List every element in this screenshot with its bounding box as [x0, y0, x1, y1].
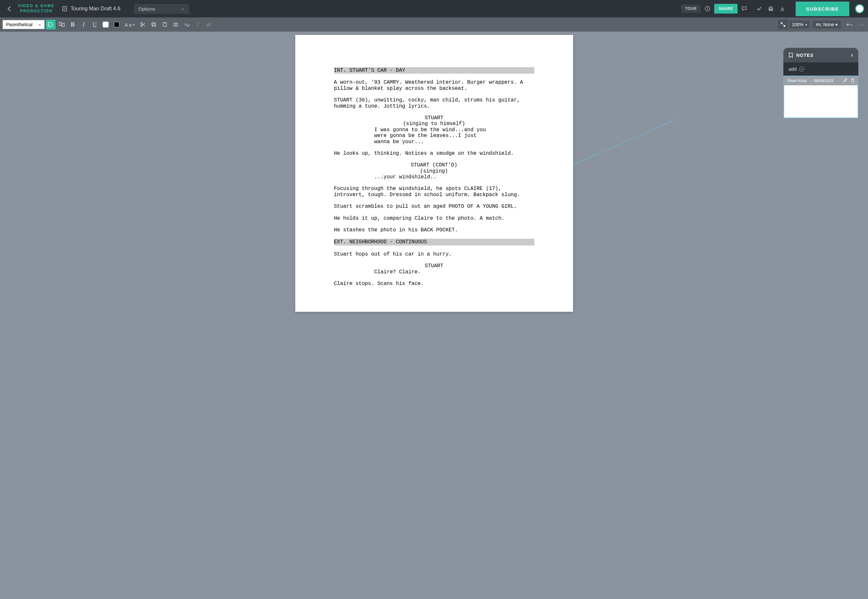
notes-header: NOTES ›: [783, 48, 858, 62]
notes-collapse-button[interactable]: ›: [851, 52, 853, 59]
dual-dialogue-button[interactable]: [57, 20, 66, 29]
spellcheck-button[interactable]: A: [182, 20, 191, 29]
comment-icon: [742, 6, 747, 12]
svg-rect-19: [174, 23, 178, 26]
workspace: INT. STUART'S CAR - DAY A worn-out, '93 …: [0, 32, 868, 599]
text-case-button[interactable]: A a▾: [123, 22, 137, 27]
clock-icon: [704, 6, 710, 12]
underline-button[interactable]: U: [90, 20, 99, 29]
subscribe-button[interactable]: SUBSCRIBE: [796, 2, 849, 16]
tag-icon: [48, 22, 54, 27]
approve-button[interactable]: [754, 4, 764, 14]
find-icon: [173, 22, 178, 27]
highlight-color-button[interactable]: [112, 20, 122, 29]
character-cue[interactable]: STUART: [334, 263, 534, 269]
note-card: Shant Kiraz - 06/06/2019: [783, 75, 858, 118]
element-type-select[interactable]: Parenthetical: [3, 20, 45, 29]
topbar-right: TOUR SHARE SUBSCRIBE: [681, 2, 864, 16]
clipboard-icon: [162, 22, 167, 27]
action-block[interactable]: He holds it up, comparing Claire to the …: [334, 215, 534, 221]
copy-button[interactable]: [149, 20, 159, 29]
action-block[interactable]: Stuart scrambles to pull out an aged PHO…: [334, 203, 534, 209]
svg-rect-16: [153, 24, 156, 27]
back-button[interactable]: [4, 3, 14, 14]
svg-text:A: A: [185, 22, 187, 26]
bold-button[interactable]: B: [68, 20, 78, 29]
action-block[interactable]: Focusing through the windshield, he spot…: [334, 186, 534, 198]
print-button[interactable]: [766, 4, 776, 14]
character-cue[interactable]: STUART: [334, 115, 534, 121]
svg-rect-10: [62, 23, 64, 27]
copy-icon: [151, 22, 156, 27]
dialogue-block[interactable]: I was gonna to be the wind...and you wer…: [375, 127, 494, 145]
fullscreen-button[interactable]: [778, 20, 788, 29]
scene-heading[interactable]: INT. STUART'S CAR - DAY: [334, 67, 534, 74]
svg-rect-9: [59, 22, 62, 26]
svg-rect-15: [152, 23, 155, 26]
undo-icon: [847, 22, 853, 27]
history-button[interactable]: [703, 4, 712, 14]
note-date: 06/06/2019: [814, 78, 833, 83]
plus-icon: +: [799, 66, 804, 72]
cut-button[interactable]: [138, 20, 147, 29]
document-title: Touring Man Draft 4.6: [71, 6, 120, 12]
add-note-button[interactable]: add +: [783, 62, 858, 75]
user-avatar[interactable]: [855, 4, 864, 13]
parenthetical[interactable]: (singing to himself): [334, 121, 534, 126]
redo-button[interactable]: [856, 20, 865, 29]
undo-button[interactable]: [845, 20, 854, 29]
note-meta: Shant Kiraz - 06/06/2019: [784, 76, 857, 85]
dialogue-block[interactable]: ...your windshield..: [375, 174, 494, 180]
spellcheck-icon: A: [184, 22, 190, 27]
italic-button[interactable]: I: [79, 20, 89, 29]
trash-icon: [851, 78, 854, 83]
script-page[interactable]: INT. STUART'S CAR - DAY A worn-out, '93 …: [295, 35, 573, 312]
character-cue[interactable]: STUART (CONT'D): [334, 162, 534, 168]
options-dropdown[interactable]: Options: [134, 4, 189, 14]
brand-label: VIDEO & GAME PRODUCTION: [18, 3, 54, 14]
check-icon: [756, 6, 762, 12]
paste-button[interactable]: [160, 20, 170, 29]
bookmark-icon: [788, 53, 793, 58]
download-icon: [779, 6, 785, 12]
find-replace-button[interactable]: [171, 20, 181, 29]
svg-rect-6: [769, 7, 772, 8]
download-button[interactable]: [778, 4, 787, 14]
document-title-wrap: Touring Man Draft 4.6: [62, 6, 120, 12]
dialogue-block[interactable]: Claire? Claire.: [375, 269, 494, 275]
scene-heading[interactable]: EXT. NEIGHBORHOOD - CONTINUOUS: [334, 239, 534, 245]
twitter-button[interactable]: [204, 20, 214, 29]
document-icon: [62, 6, 68, 12]
parenthetical[interactable]: (singing): [334, 168, 534, 174]
action-block[interactable]: Claire stops. Scans his face.: [334, 281, 534, 287]
svg-point-11: [140, 23, 142, 24]
svg-point-12: [140, 25, 142, 27]
edit-note-button[interactable]: [843, 78, 847, 83]
action-block[interactable]: He stashes the photo in his BACK POCKET.: [334, 227, 534, 233]
scene-numbers-dropdown[interactable]: #s: None▾: [813, 21, 841, 29]
note-body[interactable]: [784, 85, 857, 117]
pencil-icon: [843, 78, 847, 83]
top-bar: VIDEO & GAME PRODUCTION Touring Man Draf…: [0, 0, 868, 17]
text-color-button[interactable]: [101, 20, 110, 29]
delete-note-button[interactable]: [851, 78, 854, 83]
tag-button[interactable]: [46, 20, 56, 29]
redo-icon: [857, 22, 863, 27]
zoom-dropdown[interactable]: 100%▾: [789, 21, 809, 29]
tour-button[interactable]: TOUR: [681, 5, 701, 13]
notes-title: NOTES: [796, 53, 814, 58]
script-content[interactable]: INT. STUART'S CAR - DAY A worn-out, '93 …: [334, 67, 534, 287]
dual-dialogue-icon: [59, 22, 65, 27]
share-button[interactable]: SHARE: [714, 4, 738, 14]
svg-point-8: [49, 24, 50, 25]
action-block[interactable]: He looks up, thinking. Notices a smudge …: [334, 151, 534, 157]
action-block[interactable]: STUART (36), unwitting, cocky, man child…: [334, 97, 534, 109]
action-block[interactable]: Stuart hops out of his car in a hurry.: [334, 251, 534, 257]
print-icon: [768, 6, 774, 12]
action-block[interactable]: A worn-out, '93 CAMRY. Weathered interio…: [334, 80, 534, 92]
notes-panel: NOTES › add + Shant Kiraz - 06/06/2019: [783, 48, 858, 118]
svg-rect-18: [164, 22, 165, 23]
twitter-icon: [206, 22, 212, 27]
comment-button[interactable]: [739, 4, 749, 14]
facebook-button[interactable]: f: [193, 20, 203, 29]
